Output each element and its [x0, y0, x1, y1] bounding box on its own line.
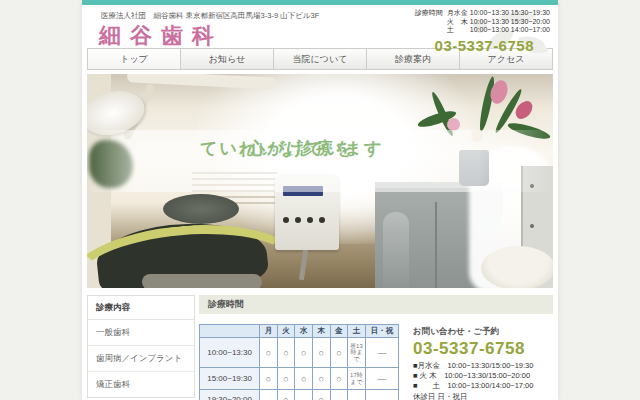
col-fri: 金: [330, 325, 348, 338]
tab-top[interactable]: トップ: [87, 48, 181, 70]
service-menu: 診療内容 一般歯科 歯周病／インプラント 矯正歯科: [87, 295, 195, 398]
contact-title: お問い合わせ・ご予約: [413, 326, 555, 338]
hero-photo: ていねいな診療を心がけています: [87, 74, 553, 288]
clinic-hours-table: 月 火 水 木 金 土 日・祝 10:00~13:30 ○ ○ ○: [199, 324, 399, 400]
header-phone-number: 03-5337-6758: [415, 37, 534, 54]
chair-headrest: [163, 194, 239, 224]
contact-block: お問い合わせ・ご予約 03-5337-6758 ■月水金 10:00~13:30…: [413, 326, 555, 400]
round-table: [481, 246, 553, 288]
contact-hours-1: ■月水金 10:00~13:30/15:00~19:30: [413, 361, 555, 371]
service-menu-title: 診療内容: [88, 296, 194, 320]
closed-days: 休診日 日・祝日: [413, 392, 555, 400]
hours-line-2: 火 木 10:00~13:30 15:30~20:00: [415, 18, 550, 27]
col-tue: 火: [277, 325, 295, 338]
tab-about[interactable]: 当院について: [274, 48, 367, 70]
col-sat: 土: [348, 325, 366, 338]
sidebar-item-ortho[interactable]: 矯正歯科: [88, 372, 194, 397]
sidebar-item-perio-implant[interactable]: 歯周病／インプラント: [88, 346, 194, 372]
col-wed: 水: [295, 325, 313, 338]
hours-label: 診療時間: [415, 9, 443, 16]
contact-phone-number: 03-5337-6758: [413, 339, 555, 359]
table-header-row: 月 火 水 木 金 土 日・祝: [200, 325, 399, 338]
table-row: 19:30~20:00 ○ ○: [200, 390, 399, 400]
main-column: 診療時間 月 火 水 木 金 土 日・祝: [199, 295, 553, 314]
hours-line-1: 月水金 10:00~13:30 15:30~19:30: [447, 9, 550, 16]
contact-hours-3: ■ 土 10:00~13:00/14:00~17:00: [413, 381, 555, 391]
tab-news[interactable]: お知らせ: [181, 48, 274, 70]
table-row: 10:00~13:30 ○ ○ ○ ○ ○ 昼13時まで —: [200, 338, 399, 368]
col-mon: 月: [260, 325, 278, 338]
sidebar-item-general[interactable]: 一般歯科: [88, 320, 194, 346]
contact-hours-2: ■ 火 木 10:00~13:30/15:00~20:00: [413, 371, 555, 381]
header-hours-block: 診療時間月水金 10:00~13:30 15:30~19:30 火 木 10:0…: [415, 9, 550, 54]
header: 医療法人社団 細谷歯科 東京都新宿区高田馬場3-3-9 山下ビル3F 細谷歯科 …: [82, 5, 558, 47]
table-row: 15:00~19:30 ○ ○ ○ ○ ○ 17時まで —: [200, 368, 399, 390]
col-thu: 木: [312, 325, 330, 338]
stool: [383, 212, 409, 288]
page-container: 医療法人社団 細谷歯科 東京都新宿区高田馬場3-3-9 山下ビル3F 細谷歯科 …: [82, 0, 558, 400]
hours-line-3: 土 10:00~13:00 14:00~17:00: [415, 26, 550, 35]
col-sun-hol: 日・祝: [365, 325, 398, 338]
section-title-hours: 診療時間: [199, 295, 553, 314]
